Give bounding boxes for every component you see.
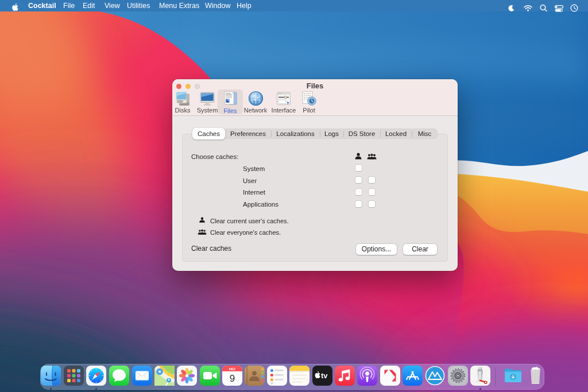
svg-text:DEC: DEC [229, 367, 235, 371]
svg-text:9: 9 [229, 373, 234, 384]
svg-text:tv: tv [321, 371, 328, 380]
